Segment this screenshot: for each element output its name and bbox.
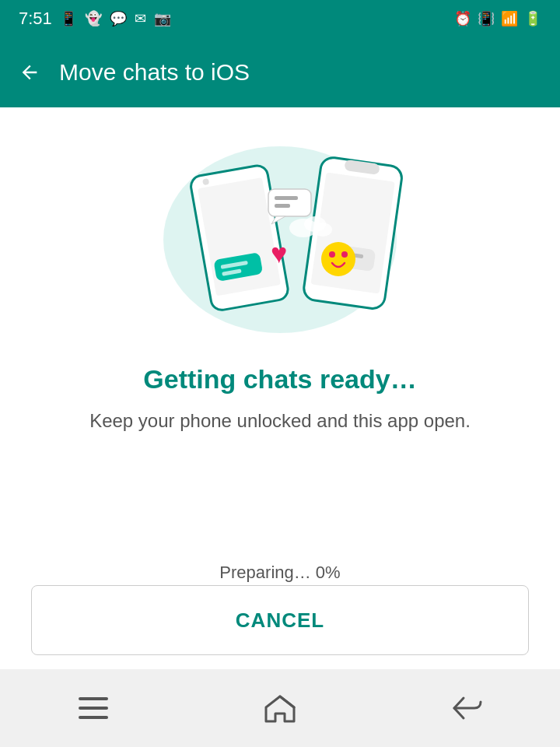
snapchat-icon: 👻	[85, 10, 102, 27]
status-bar-right: ⏰ 📳 📶 🔋	[454, 10, 541, 27]
status-time: 7:51	[19, 9, 52, 29]
main-content: ♥ Getting chats ready… Keep your phone u…	[0, 107, 560, 432]
progress-label: Preparing… 0%	[219, 563, 340, 583]
home-nav-icon[interactable]	[257, 685, 303, 731]
svg-rect-13	[268, 189, 311, 216]
sim-icon: 📱	[60, 10, 77, 27]
svg-rect-26	[79, 716, 108, 719]
svg-rect-24	[79, 697, 108, 700]
svg-point-18	[321, 242, 355, 276]
main-subtext: Keep your phone unlocked and this app op…	[89, 410, 471, 432]
menu-nav-icon[interactable]	[70, 685, 117, 731]
svg-rect-15	[275, 204, 290, 208]
page-title: Move chats to iOS	[59, 59, 250, 86]
status-bar: 7:51 📱 👻 💬 ✉ 📷 ⏰ 📳 📶 🔋	[0, 0, 560, 37]
wifi-icon: 📶	[501, 10, 518, 27]
mail-icon: ✉	[135, 10, 146, 27]
illustration-container: ♥	[132, 139, 428, 341]
bottom-nav	[0, 669, 560, 747]
app-bar: Move chats to iOS	[0, 37, 560, 107]
main-heading: Getting chats ready…	[143, 364, 416, 395]
svg-rect-25	[79, 707, 108, 710]
camera-icon: 📷	[154, 10, 171, 27]
svg-point-19	[329, 251, 335, 258]
back-nav-icon[interactable]	[443, 685, 490, 731]
svg-point-20	[341, 251, 348, 258]
cancel-button[interactable]: CANCEL	[31, 585, 529, 655]
status-bar-left: 7:51 📱 👻 💬 ✉ 📷	[19, 9, 171, 29]
svg-rect-14	[275, 196, 298, 200]
svg-point-23	[313, 223, 332, 237]
cancel-button-label: CANCEL	[236, 608, 324, 633]
battery-icon: 🔋	[524, 10, 541, 27]
svg-text:♥: ♥	[271, 237, 287, 269]
alarm-icon: ⏰	[454, 10, 471, 27]
whatsapp-icon: 💬	[110, 10, 127, 27]
back-button[interactable]	[19, 61, 40, 83]
vibrate-icon: 📳	[478, 10, 495, 27]
